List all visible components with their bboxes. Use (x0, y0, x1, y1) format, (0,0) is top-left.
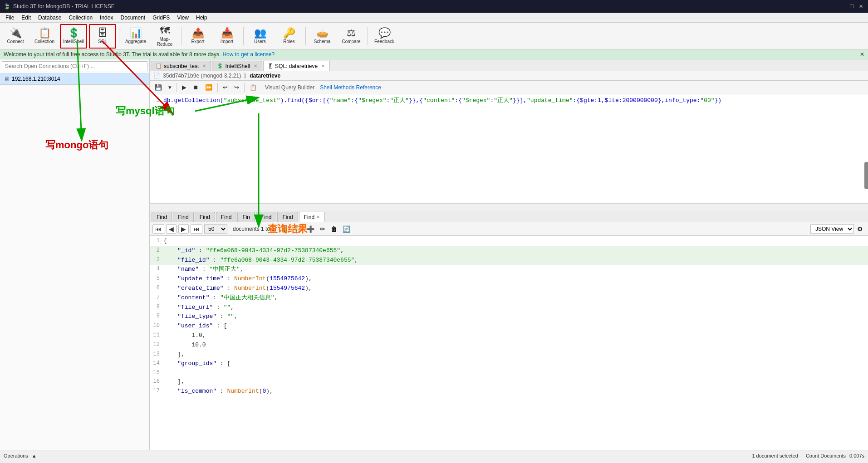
toolbar-separator-5 (368, 27, 368, 45)
breadcrumb-server: 📄 (153, 73, 160, 79)
nav-last-button[interactable]: ⏭ (191, 224, 202, 234)
view-select-wrapper: JSON View Table View Tree View ⚙ (810, 224, 865, 234)
results-area[interactable]: 1{ 2 "_id" : "ffe6a068-9043-4334-97d2-75… (150, 236, 868, 450)
server-icon: 🖥 (4, 75, 10, 83)
page-size-select[interactable]: 50 100 200 500 (204, 224, 227, 234)
toolbar-schema-label: Schema (314, 39, 331, 44)
nav-first-button[interactable]: ⏮ (152, 224, 164, 234)
delete-btn[interactable]: 🗑 (329, 224, 339, 234)
menu-collection[interactable]: Collection (65, 14, 96, 22)
undo-button[interactable]: ↩ (221, 83, 230, 92)
toolbar-sql-label: SQL (98, 39, 107, 44)
settings-btn[interactable]: ⚙ (855, 224, 865, 234)
tab-intellishell-close[interactable]: ✕ (254, 63, 257, 68)
search-box (0, 59, 149, 73)
toolbar-users[interactable]: 👥 Users (246, 24, 274, 49)
maximize-button[interactable]: ☐ (848, 3, 855, 10)
toolbar-compare[interactable]: ⚖ Compare (338, 24, 365, 49)
find-tab-6[interactable]: Find (256, 212, 276, 222)
ed-sep-1 (177, 83, 177, 92)
collection-icon: 📋 (39, 28, 51, 38)
toolbar-import[interactable]: 📥 Import (213, 24, 240, 49)
find-tab-5[interactable]: Fin (237, 212, 255, 222)
view-dropdown[interactable]: JSON View Table View Tree View (810, 224, 854, 234)
menu-file[interactable]: File (2, 14, 18, 22)
toolbar-feedback-label: Feedback (374, 39, 394, 44)
toolbar-intellishell[interactable]: 💲 IntelliShell (60, 24, 87, 49)
edit-btn[interactable]: ✏ (318, 224, 328, 234)
find-tab-3[interactable]: Find (195, 212, 215, 222)
toolbar-roles-label: Roles (283, 39, 295, 44)
toolbar-collection[interactable]: 📋 Collection (31, 24, 58, 49)
toolbar-feedback[interactable]: 💬 Feedback (371, 24, 398, 49)
toolbar-collection-label: Collection (34, 39, 54, 44)
toolbar-connect[interactable]: 🔌 Connect (2, 24, 29, 49)
find-tab-7[interactable]: Find (277, 212, 298, 222)
vqb-label[interactable]: Visual Query Builder (265, 84, 314, 91)
users-icon: 👥 (254, 28, 266, 38)
breadcrumb-sep: ⟫ (244, 73, 247, 79)
tab-subscribe-close[interactable]: ✕ (202, 63, 206, 68)
find-tab-1[interactable]: Find (152, 212, 172, 222)
trial-close[interactable]: ✕ (860, 51, 864, 58)
find-tab-2[interactable]: Find (173, 212, 193, 222)
trial-link[interactable]: How to get a license? (222, 51, 275, 58)
toolbar-aggregate-label: Aggregate (125, 39, 146, 44)
nav-prev-button[interactable]: ◀ (166, 224, 177, 234)
tab-sql-close[interactable]: ✕ (321, 63, 325, 68)
toolbar-schema[interactable]: 🥧 Schema (309, 24, 336, 49)
json-line-2: 2 "_id" : "ffe6a068-9043-4334-97d2-75387… (150, 246, 868, 256)
nav-next-button[interactable]: ▶ (178, 224, 189, 234)
run-button[interactable]: ▶ (180, 83, 189, 92)
connection-label: 192.168.1.210:8014 (12, 76, 60, 82)
toolbar-roles[interactable]: 🔑 Roles (275, 24, 303, 49)
menu-document[interactable]: Document (117, 14, 149, 22)
find-tab-8[interactable]: Find ✕ (299, 212, 325, 222)
right-edge-handle[interactable] (864, 162, 868, 189)
tab-sql-label: SQL: dataretrieve (275, 63, 318, 69)
toolbar-sql[interactable]: 🗄 SQL (89, 24, 116, 49)
explain-button[interactable]: 📋 (247, 83, 259, 92)
toolbar-connect-label: Connect (7, 39, 24, 44)
schema-icon: 🥧 (316, 28, 329, 38)
code-editor[interactable]: 1 db.getCollection("subscribe_test").fin… (150, 94, 868, 203)
minimize-button[interactable]: — (839, 3, 846, 10)
json-line-17: 17 "is_common" : NumberInt(0), (150, 387, 868, 396)
save-button[interactable]: 💾 (152, 83, 164, 92)
toolbar-aggregate[interactable]: 📊 Aggregate (122, 24, 149, 49)
tab-subscribe-test[interactable]: 📋 subscribe_test ✕ (151, 61, 211, 71)
horizontal-scroll[interactable] (150, 203, 868, 210)
menu-index[interactable]: Index (96, 14, 117, 22)
toolbar-export-label: Export (191, 39, 205, 44)
find-tab-close[interactable]: ✕ (316, 214, 320, 219)
toolbar-export[interactable]: 📤 Export (184, 24, 211, 49)
save-dropdown-button[interactable]: ▾ (166, 83, 174, 92)
menu-help[interactable]: Help (192, 14, 211, 22)
operations-toggle[interactable]: ▲ (32, 453, 37, 458)
toolbar-users-label: Users (254, 39, 266, 44)
lock-btn[interactable]: 🔒 (278, 224, 290, 234)
menu-view[interactable]: View (173, 14, 192, 22)
find-tab-4[interactable]: Find (216, 212, 236, 222)
menu-database[interactable]: Database (34, 14, 65, 22)
run-stop-button[interactable]: ⏹ (191, 83, 201, 92)
toolbar-separator-3 (243, 27, 244, 45)
tab-intellishell[interactable]: 💲 IntelliShell ✕ (212, 61, 262, 71)
shell-methods-link[interactable]: Shell Methods Reference (320, 84, 381, 91)
connection-item[interactable]: 🖥 192.168.1.210:8014 (0, 73, 149, 85)
refresh-btn[interactable]: 🔄 (340, 224, 353, 234)
menu-edit[interactable]: Edit (18, 14, 34, 22)
search-input[interactable] (2, 61, 147, 71)
app-icon: 🍃 (4, 3, 10, 10)
tab-sql-dataretrieve[interactable]: 🗄 SQL: dataretrieve ✕ (263, 61, 330, 71)
run-selected-button[interactable]: ⏩ (203, 83, 215, 92)
add-btn[interactable]: ➕ (304, 224, 317, 234)
intellishell-icon: 💲 (68, 28, 80, 38)
copy-btn[interactable]: 📋 (291, 224, 304, 234)
menu-gridfs[interactable]: GridFS (149, 14, 173, 22)
close-button[interactable]: ✕ (857, 3, 864, 10)
aggregate-icon: 📊 (130, 28, 142, 38)
trial-text: Welcome to your trial of full free acces… (4, 51, 221, 58)
toolbar-mapreduce[interactable]: 🗺 Map-Reduce (151, 24, 178, 49)
redo-button[interactable]: ↪ (232, 83, 241, 92)
